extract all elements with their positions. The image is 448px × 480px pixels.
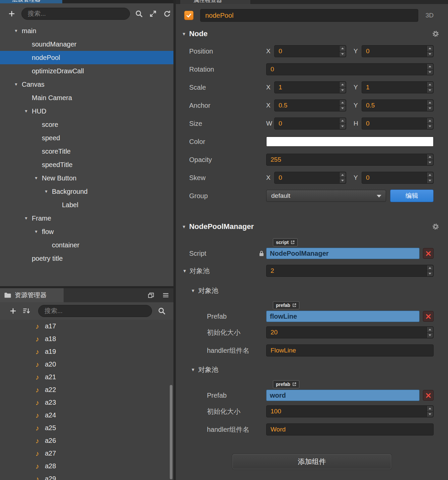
tree-item-frame[interactable]: ▼Frame [0,212,173,225]
stepper-down-button[interactable] [427,124,433,129]
rotation-input[interactable]: 0 [266,63,434,75]
scale-x-input[interactable]: 1 [274,81,346,93]
tree-item-speed[interactable]: speed [0,131,173,145]
stepper-control[interactable] [339,82,346,93]
stepper-down-button[interactable] [340,178,346,183]
pool-size-input[interactable]: 2 [266,265,434,277]
tab-hierarchy[interactable]: 层级管理器 [0,0,62,3]
panel-splitter[interactable] [173,0,176,480]
tree-item-main-camera[interactable]: Main Camera [0,91,173,104]
tree-item-flow[interactable]: ▼flow [0,225,173,238]
remove-prefab-button[interactable] [423,311,434,322]
anchor-y-input[interactable]: 0.5 [362,99,434,111]
pool-0-init-size-input[interactable]: 20 [266,326,434,338]
hierarchy-search-input[interactable] [21,8,130,20]
script-ref-field[interactable]: NodePoolManager [266,248,420,259]
asset-item-a23[interactable]: ♪a23 [0,396,173,409]
node-name-input[interactable] [200,9,418,22]
position-y-input[interactable]: 0 [362,45,434,57]
tree-item-scoretitle[interactable]: scoreTitle [0,145,173,158]
tree-item-speedtitle[interactable]: speedTitle [0,158,173,171]
tree-item-optimizedrawcall[interactable]: optimizeDrawCall [0,64,173,78]
assets-scrollbar-thumb[interactable] [170,385,172,479]
hierarchy-search-button[interactable] [134,9,144,19]
tree-item-canvas[interactable]: ▼Canvas [0,78,173,91]
stepper-control[interactable] [427,82,433,93]
stepper-down-button[interactable] [427,332,433,338]
stepper-up-button[interactable] [427,265,433,271]
node-settings-button[interactable] [431,29,441,39]
pool-item-header[interactable]: ▼对象池 [176,283,448,298]
pool-1-init-size-input[interactable]: 100 [266,405,434,417]
size-h-input[interactable]: 0 [362,117,434,130]
remove-prefab-button[interactable] [423,390,434,401]
stepper-down-button[interactable] [427,160,433,165]
layout-button[interactable] [146,290,156,300]
stepper-control[interactable] [427,327,433,338]
stepper-up-button[interactable] [427,172,433,178]
asset-item-a25[interactable]: ♪a25 [0,421,173,434]
stepper-down-button[interactable] [427,105,433,111]
stepper-control[interactable] [427,172,433,183]
tree-item-score[interactable]: score [0,118,173,131]
assets-search-button[interactable] [157,306,167,316]
prefab-ref-field[interactable]: word [266,390,420,401]
stepper-control[interactable] [339,172,346,183]
expand-arrow-icon[interactable]: ▼ [34,176,42,180]
size-w-input[interactable]: 0 [274,117,346,130]
expand-arrow-icon[interactable]: ▼ [24,216,32,220]
tree-item-new-button[interactable]: ▼New Button [0,171,173,185]
asset-item-a18[interactable]: ♪a18 [0,332,173,345]
add-node-button[interactable] [7,9,17,19]
stepper-control[interactable] [427,100,433,111]
expand-collapse-button[interactable] [148,9,158,19]
tree-item-background[interactable]: ▼Background [0,185,173,198]
asset-item-a27[interactable]: ♪a27 [0,447,173,460]
tree-item-hud[interactable]: ▼HUD [0,104,173,118]
expand-arrow-icon[interactable]: ▼ [24,109,32,113]
prefab-asset-tag[interactable]: prefab [273,380,299,388]
stepper-up-button[interactable] [427,327,433,332]
tree-item-poetry-title[interactable]: poetry title [0,252,173,265]
pool-settings-button[interactable] [431,222,441,232]
tab-assets[interactable]: 资源管理器 [0,288,64,302]
remove-script-button[interactable] [423,248,434,259]
asset-item-a20[interactable]: ♪a20 [0,358,173,371]
script-asset-tag[interactable]: script [273,238,298,246]
pool-1-handler-input[interactable]: Word [266,423,434,435]
stepper-down-button[interactable] [427,411,433,417]
expand-arrow-icon[interactable]: ▼ [14,29,22,33]
scale-y-input[interactable]: 1 [362,81,434,93]
stepper-down-button[interactable] [427,271,433,276]
skew-x-input[interactable]: 0 [274,172,346,184]
asset-item-a26[interactable]: ♪a26 [0,434,173,447]
stepper-up-button[interactable] [427,64,433,69]
stepper-down-button[interactable] [340,124,346,129]
tree-item-nodepool[interactable]: nodePool [0,51,173,64]
add-asset-button[interactable] [8,306,18,316]
asset-item-a22[interactable]: ♪a22 [0,383,173,396]
position-x-input[interactable]: 0 [274,45,346,57]
stepper-up-button[interactable] [427,406,433,411]
stepper-up-button[interactable] [427,154,433,160]
stepper-up-button[interactable] [340,82,346,87]
edit-group-button[interactable]: 编辑 [390,189,434,202]
stepper-up-button[interactable] [427,82,433,87]
tab-inspector[interactable]: 属性检查器 [180,0,251,4]
stepper-up-button[interactable] [427,118,433,124]
stepper-down-button[interactable] [340,87,346,93]
group-dropdown[interactable]: default [266,190,386,202]
panel-menu-button[interactable] [161,290,171,300]
stepper-up-button[interactable] [340,100,346,105]
stepper-control[interactable] [427,46,433,57]
pool-section-header[interactable]: ▼ NodePoolManager [176,218,448,235]
stepper-control[interactable] [339,46,346,57]
opacity-input[interactable]: 255 [266,154,434,166]
asset-item-a17[interactable]: ♪a17 [0,320,173,332]
add-component-button[interactable]: 添加组件 [232,454,391,469]
node-active-checkbox[interactable] [184,11,194,20]
stepper-up-button[interactable] [340,172,346,178]
stepper-down-button[interactable] [340,105,346,111]
asset-item-a29[interactable]: ♪a29 [0,472,173,480]
stepper-down-button[interactable] [427,87,433,93]
